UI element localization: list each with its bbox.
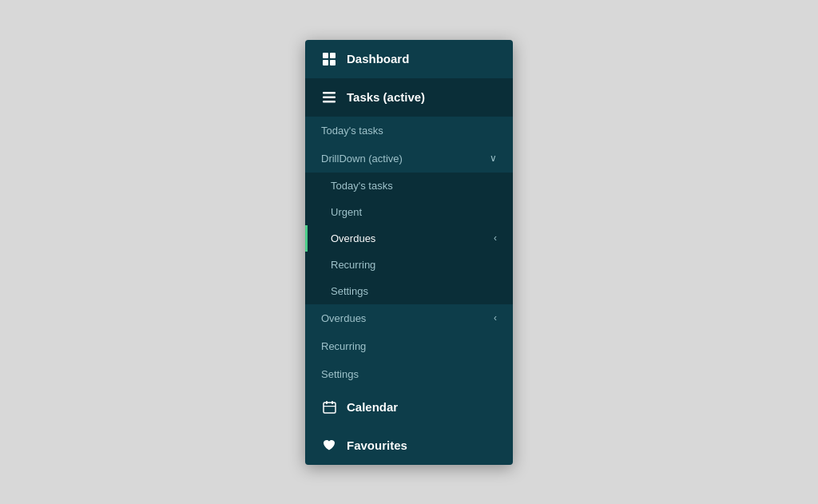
main-item-settings[interactable]: Settings [305,360,513,388]
dashboard-label: Dashboard [347,52,409,65]
drilldown-content: Today's tasks Urgent Overdues ‹ Recurrin… [305,173,513,304]
svg-rect-5 [323,96,336,98]
todays-tasks-link[interactable]: Today's tasks [305,117,513,145]
drilldown-item-recurring[interactable]: Recurring [305,252,513,278]
dashboard-icon [321,51,337,67]
svg-rect-8 [326,401,328,404]
nav-favourites[interactable]: Favourites [305,427,513,465]
drilldown-item-urgent[interactable]: Urgent [305,199,513,225]
nav-calendar[interactable]: Calendar [305,388,513,427]
drilldown-item-settings[interactable]: Settings [305,278,513,304]
nav-dashboard[interactable]: Dashboard [305,40,513,78]
main-item-overdues[interactable]: Overdues ‹ [305,304,513,332]
svg-rect-9 [332,401,333,404]
svg-rect-10 [324,406,336,407]
drilldown-chevron-icon: ∨ [490,153,497,164]
calendar-icon [321,399,337,415]
svg-rect-6 [323,101,336,103]
svg-rect-7 [324,403,336,413]
sidebar: Dashboard Tasks (active) Today's tasks D… [305,40,513,465]
favourites-label: Favourites [347,439,407,452]
svg-rect-1 [330,53,336,58]
main-item-recurring[interactable]: Recurring [305,332,513,360]
drilldown-item-overdues[interactable]: Overdues ‹ [305,225,513,252]
svg-rect-4 [323,92,336,94]
svg-rect-0 [323,53,328,58]
tasks-icon [321,89,337,105]
nav-tasks[interactable]: Tasks (active) [305,78,513,117]
drilldown-item-todays-tasks[interactable]: Today's tasks [305,173,513,199]
svg-rect-3 [330,60,336,65]
overdues-chevron-icon: ‹ [494,232,497,244]
drilldown-header[interactable]: DrillDown (active) ∨ [305,145,513,173]
tasks-label: Tasks (active) [347,90,425,104]
svg-rect-2 [323,60,328,65]
calendar-label: Calendar [347,400,398,414]
favourites-icon [321,438,337,454]
main-overdues-chevron-icon: ‹ [494,312,497,323]
